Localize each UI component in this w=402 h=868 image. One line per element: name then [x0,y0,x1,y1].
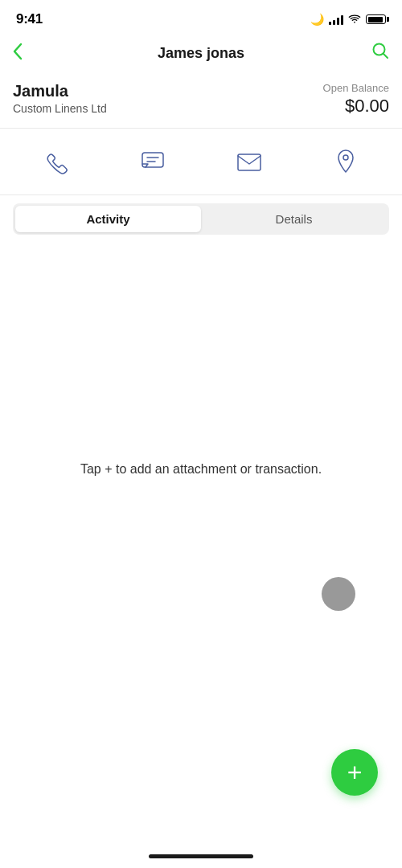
moon-icon: 🌙 [310,13,324,26]
action-icons-row [0,129,402,195]
battery-icon [366,14,386,24]
phone-button[interactable] [32,141,80,182]
customer-name: Jamula [13,82,107,100]
tab-details[interactable]: Details [201,206,387,232]
add-icon: + [347,760,363,785]
location-button[interactable] [322,141,370,182]
empty-state-text: Tap + to add an attachment or transactio… [80,460,322,479]
status-bar: 9:41 🌙 [0,0,402,35]
back-button[interactable] [13,43,23,63]
customer-company: Custom Linens Ltd [13,102,107,115]
svg-line-1 [384,54,388,59]
balance-amount: $0.00 [323,96,389,117]
status-time: 9:41 [16,11,43,27]
balance-label: Open Balance [323,82,389,94]
wifi-icon [348,14,361,24]
svg-point-6 [343,155,348,160]
empty-state: Tap + to add an attachment or transactio… [0,460,402,479]
customer-header: Jamula Custom Linens Ltd Open Balance $0… [0,74,402,129]
add-button[interactable]: + [331,749,378,796]
nav-bar: James jonas [0,35,402,74]
search-button[interactable] [371,42,389,64]
message-button[interactable] [129,141,177,182]
email-button[interactable] [225,141,273,182]
svg-rect-2 [142,153,163,167]
tab-activity[interactable]: Activity [15,206,201,232]
home-indicator [149,854,253,858]
loading-indicator [322,577,355,611]
page-title: James jonas [158,45,244,62]
tab-bar: Activity Details [13,203,389,235]
status-icons: 🌙 [310,13,386,26]
svg-rect-5 [238,154,260,170]
signal-bars-icon [329,14,343,25]
